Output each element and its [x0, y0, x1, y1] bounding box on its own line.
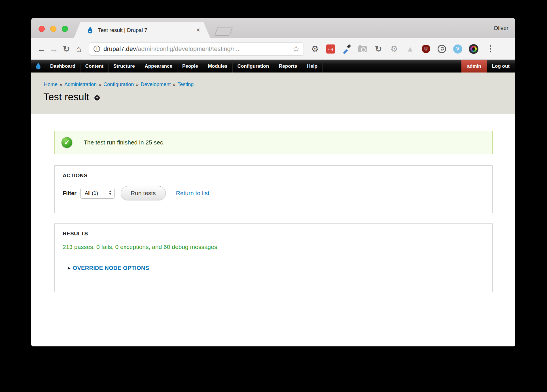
- address-bar[interactable]: i drupal7.dev/admin/config/development/t…: [89, 42, 304, 56]
- breadcrumb-testing[interactable]: Testing: [177, 82, 194, 87]
- collapsed-arrow-icon: ▸: [68, 265, 71, 271]
- camera-lens-icon[interactable]: [469, 44, 478, 54]
- return-to-list-link[interactable]: Return to list: [176, 190, 209, 197]
- toolbar-logout[interactable]: Log out: [487, 60, 515, 73]
- back-icon[interactable]: ←: [35, 44, 48, 54]
- status-message: ✓ The test run finished in 25 sec.: [54, 131, 493, 154]
- toolbar-item-help[interactable]: Help: [302, 60, 323, 73]
- toolbar-user-admin[interactable]: admin: [461, 60, 487, 73]
- bookmark-star-icon[interactable]: ☆: [292, 44, 300, 54]
- breadcrumb-home[interactable]: Home: [44, 82, 58, 87]
- tab-title: Test result | Drupal 7: [98, 27, 147, 33]
- title-bar: Test result | Drupal 7 × Oliver: [31, 18, 515, 38]
- drupal-admin-toolbar: Dashboard Content Structure Appearance P…: [31, 60, 515, 73]
- results-fieldset: RESULTS 213 passes, 0 fails, 0 exception…: [54, 223, 493, 292]
- contextual-add-icon[interactable]: +: [94, 95, 100, 101]
- actions-fieldset: ACTIONS Filter All (1) ▲ ▼ Run tests Ret…: [54, 165, 493, 213]
- refresh-monitor-icon[interactable]: ↻: [374, 44, 383, 54]
- lastpass-icon[interactable]: •••|: [326, 44, 336, 54]
- onepassword-keyhole-icon[interactable]: [437, 44, 447, 54]
- url-host: drupal7.dev: [103, 45, 136, 52]
- filter-row: Filter All (1) ▲ ▼ Run tests Return to l…: [63, 186, 492, 200]
- site-info-icon[interactable]: i: [94, 46, 100, 52]
- page-title: Test result: [43, 91, 89, 103]
- reload-icon[interactable]: ↻: [60, 45, 73, 53]
- filter-label: Filter: [63, 190, 77, 197]
- drupal-favicon-icon: [86, 26, 94, 34]
- toolbar-item-people[interactable]: People: [177, 60, 203, 73]
- browser-profile-name[interactable]: Oliver: [494, 18, 508, 38]
- url-text[interactable]: drupal7.dev/admin/config/development/tes…: [103, 45, 292, 53]
- toolbar-item-reports[interactable]: Reports: [274, 60, 302, 73]
- v-badge-icon[interactable]: V: [453, 44, 463, 54]
- toolbar-item-structure[interactable]: Structure: [109, 60, 140, 73]
- toolbar-spacer: [323, 60, 461, 73]
- screenshot-camera-icon[interactable]: [358, 44, 367, 54]
- results-summary: 213 passes, 0 fails, 0 exceptions, and 6…: [63, 244, 485, 250]
- breadcrumb-administration[interactable]: Administration: [64, 82, 97, 87]
- ublock-icon[interactable]: U: [421, 44, 431, 54]
- google-drive-icon[interactable]: ▲: [405, 44, 415, 54]
- browser-window: Test result | Drupal 7 × Oliver ← → ↻ ⌂ …: [31, 18, 515, 346]
- override-node-options-link[interactable]: OVERRIDE NODE OPTIONS: [73, 265, 149, 271]
- window-zoom-button[interactable]: [62, 26, 68, 32]
- toolbar-item-dashboard[interactable]: Dashboard: [45, 60, 80, 73]
- settings-gear-icon[interactable]: ⚙: [310, 44, 320, 54]
- tab-close-icon[interactable]: ×: [196, 27, 200, 33]
- run-tests-button[interactable]: Run tests: [121, 186, 166, 200]
- drupal-home-icon[interactable]: [31, 60, 45, 73]
- browser-tab[interactable]: Test result | Drupal 7 ×: [74, 22, 210, 38]
- results-legend: RESULTS: [63, 231, 485, 237]
- status-check-icon: ✓: [62, 137, 72, 148]
- filter-select-value: All (1): [85, 190, 98, 196]
- window-close-button[interactable]: [39, 26, 45, 32]
- page-content: ✓ The test run finished in 25 sec. ACTIO…: [31, 114, 515, 346]
- toolbar-item-appearance[interactable]: Appearance: [140, 60, 177, 73]
- toolbar-item-configuration[interactable]: Configuration: [233, 60, 274, 73]
- breadcrumb-development[interactable]: Development: [141, 82, 171, 87]
- gray-gear-icon[interactable]: ⚙: [389, 44, 399, 54]
- forward-icon[interactable]: →: [48, 44, 60, 54]
- extensions-row: ⚙ •••| ↻ ⚙ ▲ U V: [310, 44, 497, 54]
- status-message-text: The test run finished in 25 sec.: [84, 139, 165, 146]
- eyedropper-icon[interactable]: [342, 44, 351, 54]
- navigation-toolbar: ← → ↻ ⌂ i drupal7.dev/admin/config/devel…: [31, 38, 515, 60]
- select-stepper-icon: ▲ ▼: [109, 190, 112, 195]
- traffic-lights: [39, 26, 68, 32]
- actions-legend: ACTIONS: [63, 172, 492, 179]
- override-node-options-fieldset[interactable]: ▸ OVERRIDE NODE OPTIONS: [63, 258, 485, 278]
- new-tab-button[interactable]: [214, 27, 233, 36]
- breadcrumb: Home»Administration»Configuration»Develo…: [44, 82, 194, 88]
- breadcrumb-configuration[interactable]: Configuration: [103, 82, 134, 87]
- toolbar-item-content[interactable]: Content: [80, 60, 109, 73]
- page-header: Home»Administration»Configuration»Develo…: [31, 73, 515, 114]
- url-path: /admin/config/development/testing/r...: [136, 45, 239, 52]
- window-minimize-button[interactable]: [50, 26, 56, 32]
- filter-select[interactable]: All (1) ▲ ▼: [80, 188, 115, 199]
- home-icon[interactable]: ⌂: [73, 44, 85, 54]
- toolbar-item-modules[interactable]: Modules: [203, 60, 233, 73]
- browser-menu-icon[interactable]: [490, 45, 491, 52]
